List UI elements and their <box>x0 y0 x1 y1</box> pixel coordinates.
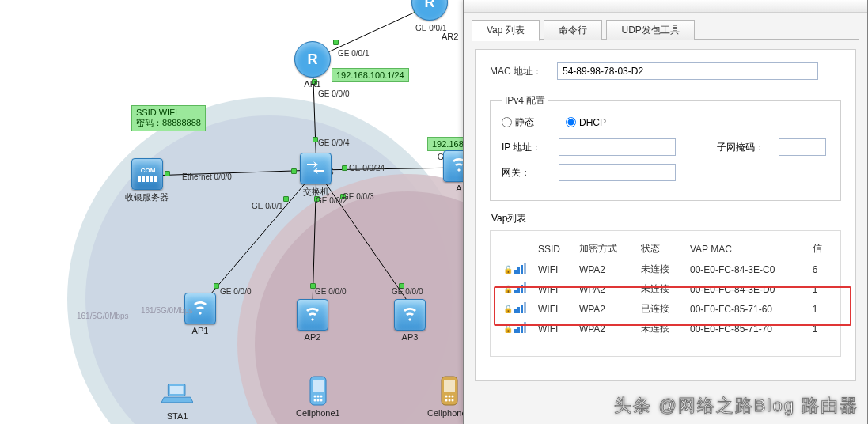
gateway-input[interactable] <box>559 164 676 181</box>
cell-channel: 1 <box>808 319 832 339</box>
cell-ssid: WIFI <box>533 259 574 280</box>
signal-icon: 🔒 <box>503 302 526 316</box>
link-status-dot <box>291 168 297 174</box>
tab-vap-list[interactable]: Vap 列表 <box>472 20 540 41</box>
svg-point-20 <box>313 399 316 402</box>
phone-icon <box>434 375 465 407</box>
node-label: STA1 <box>161 411 193 421</box>
cell-channel: 1 <box>808 299 832 319</box>
svg-point-18 <box>316 396 319 398</box>
cell-state: 未连接 <box>636 319 685 339</box>
mac-input[interactable] <box>557 62 818 80</box>
tab-cli[interactable]: 命令行 <box>544 20 602 40</box>
radio-dhcp[interactable]: DHCP <box>566 117 606 128</box>
signal-icon: 🔒 <box>503 263 526 276</box>
node-ap3[interactable]: AP3 <box>394 299 426 342</box>
node-label: AP2 <box>297 332 328 342</box>
laptop-icon <box>161 378 193 410</box>
link-status-dot <box>333 40 339 45</box>
vap-table[interactable]: SSID 加密方式 状态 VAP MAC 信 🔒WIFIWPA2未连接00-E0… <box>498 239 832 339</box>
table-row[interactable]: 🔒WIFIWPA2未连接00-E0-FC-84-3E-D01 <box>498 279 832 299</box>
cell-ssid: WIFI <box>533 299 574 319</box>
port-label: GE 0/0/24 <box>349 164 385 172</box>
cell-encryption: WPA2 <box>574 299 636 319</box>
ssid-tag-line2: 密码：88888888 <box>136 118 201 127</box>
radio-info-ap1: 161/5G/0Mbps <box>77 312 129 320</box>
cell-state: 未连接 <box>636 279 685 299</box>
signal-icon: 🔒 <box>503 282 526 296</box>
node-cellphone1[interactable]: Cellphone1 <box>296 375 340 418</box>
cell-encryption: WPA2 <box>574 319 636 339</box>
table-row[interactable]: 🔒WIFIWPA2未连接00-E0-FC-85-71-701 <box>498 319 832 339</box>
port-label: GE 0/0/0 <box>318 89 349 98</box>
radio-static[interactable]: 静态 <box>502 115 534 129</box>
node-switch[interactable]: 交换机 <box>300 153 332 198</box>
table-row[interactable]: 🔒WIFIWPA2已连接00-E0-FC-85-71-601 <box>498 299 832 319</box>
cell-vap-mac: 00-E0-FC-85-71-70 <box>685 319 808 339</box>
ip-input[interactable] <box>559 138 676 156</box>
cell-encryption: WPA2 <box>574 279 636 299</box>
node-server[interactable]: .COM 收银服务器 <box>125 158 169 203</box>
col-channel[interactable]: 信 <box>808 239 832 259</box>
cell-channel: 6 <box>808 259 832 280</box>
col-encryption[interactable]: 加密方式 <box>574 239 636 259</box>
topology-canvas[interactable]: GE 0/0/1 GE 0/0/1 GE 0/0/0 GE 0/0/4 GE 0… <box>0 0 463 424</box>
svg-rect-14 <box>170 386 184 394</box>
port-label: GE 0/0/4 <box>318 138 349 147</box>
switch-icon <box>300 153 332 184</box>
ap-icon <box>394 299 426 331</box>
mask-input[interactable] <box>779 138 826 156</box>
port-label: GE 0/0/3 <box>343 192 373 201</box>
cell-ssid: WIFI <box>533 319 574 339</box>
node-ap2[interactable]: AP2 <box>297 299 328 342</box>
port-label: GE 0/0/0 <box>315 287 346 296</box>
node-label: AR2 <box>442 32 458 41</box>
ssid-tag-line1: SSID WIFI <box>136 108 177 117</box>
node-label: AP1 <box>184 326 216 335</box>
node-ar2[interactable]: R AR2 <box>411 0 448 21</box>
node-label: Cellphone1 <box>296 408 340 418</box>
vap-list-subtitle: Vap列表 <box>491 212 841 225</box>
svg-point-21 <box>316 399 319 402</box>
svg-rect-10 <box>146 176 149 182</box>
vap-list-area: SSID 加密方式 状态 VAP MAC 信 🔒WIFIWPA2未连接00-E0… <box>490 230 841 357</box>
svg-point-25 <box>445 396 447 398</box>
cell-state: 已连接 <box>636 299 685 319</box>
node-label: AP3 <box>394 332 426 342</box>
svg-point-27 <box>451 396 453 398</box>
ipv4-config-group: IPv4 配置 静态 DHCP IP 地址： 子网掩码： 网关： <box>490 94 841 201</box>
cell-state: 未连接 <box>636 259 685 280</box>
server-icon: .COM <box>131 158 163 190</box>
port-label: GE 0/0/0 <box>220 287 251 296</box>
svg-rect-12 <box>154 176 157 182</box>
ip-label: IP 地址： <box>502 141 549 154</box>
tab-udp-tool[interactable]: UDP发包工具 <box>606 20 694 40</box>
router-icon: R <box>411 0 448 21</box>
mask-label: 子网掩码： <box>717 141 769 154</box>
svg-rect-8 <box>138 176 141 182</box>
svg-point-17 <box>313 396 316 398</box>
signal-icon: 🔒 <box>503 322 526 335</box>
table-row[interactable]: 🔒WIFIWPA2未连接00-E0-FC-84-3E-C06 <box>498 259 832 280</box>
node-label: 交换机 <box>300 186 332 198</box>
col-state[interactable]: 状态 <box>636 239 685 259</box>
tab-bar: Vap 列表 命令行 UDP发包工具 <box>472 19 859 40</box>
col-vap-mac[interactable]: VAP MAC <box>685 239 808 259</box>
node-sta1[interactable]: STA1 <box>161 378 193 421</box>
cell-vap-mac: 00-E0-FC-84-3E-D0 <box>685 279 808 299</box>
svg-rect-11 <box>150 176 153 182</box>
node-ar1[interactable]: R AR1 <box>294 41 331 89</box>
dialog-titlebar[interactable] <box>464 0 867 13</box>
cell-ssid: WIFI <box>533 279 574 299</box>
svg-point-29 <box>448 399 450 402</box>
link-status-dot <box>214 283 219 289</box>
cell-vap-mac: 00-E0-FC-84-3E-C0 <box>685 259 808 280</box>
svg-text:.COM: .COM <box>138 167 155 174</box>
gateway-label: 网关： <box>502 166 549 180</box>
device-property-dialog: Vap 列表 命令行 UDP发包工具 MAC 地址： IPv4 配置 静态 DH… <box>463 0 868 424</box>
node-label: AR1 <box>294 79 331 89</box>
port-label: GE 0/0/1 <box>338 49 369 58</box>
col-ssid[interactable]: SSID <box>533 239 574 259</box>
svg-rect-24 <box>444 380 455 392</box>
link-status-dot <box>283 196 289 202</box>
